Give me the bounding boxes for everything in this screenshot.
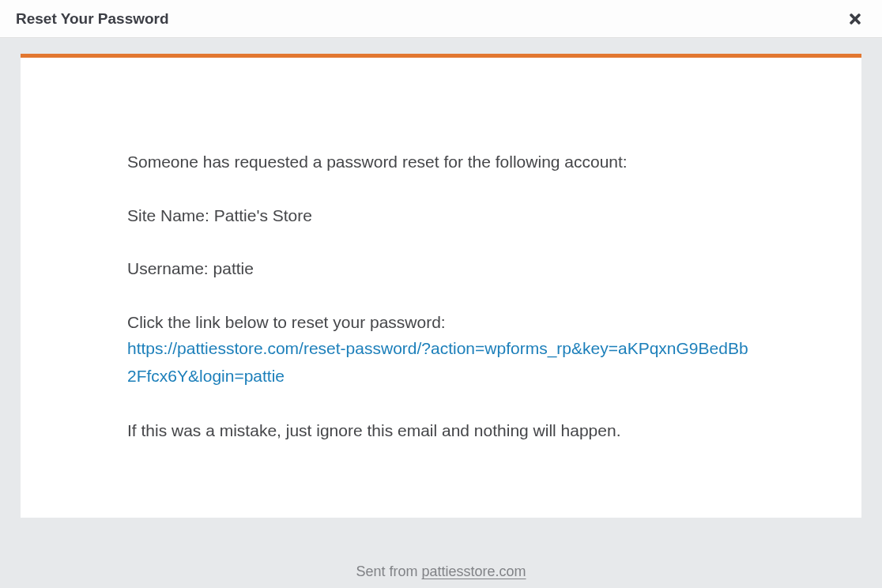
reset-password-link[interactable]: https://pattiesstore.com/reset-password/…: [127, 339, 748, 385]
intro-text: Someone has requested a password reset f…: [127, 149, 755, 175]
sent-from-domain-link[interactable]: pattiesstore.com: [421, 564, 526, 579]
modal-header: Reset Your Password: [0, 0, 882, 38]
reset-link-block: Click the link below to reset your passw…: [127, 309, 755, 390]
content-area: Someone has requested a password reset f…: [0, 38, 882, 580]
sent-from-prefix: Sent from: [356, 564, 421, 579]
modal-title: Reset Your Password: [16, 10, 169, 28]
site-name-text: Site Name: Pattie's Store: [127, 202, 755, 229]
click-instruction-text: Click the link below to reset your passw…: [127, 309, 755, 336]
email-body: Someone has requested a password reset f…: [127, 149, 755, 443]
email-footer: Sent from pattiesstore.com: [21, 518, 861, 580]
close-icon: [847, 11, 863, 27]
mistake-text: If this was a mistake, just ignore this …: [127, 417, 755, 444]
username-text: Username: pattie: [127, 255, 755, 282]
close-button[interactable]: [844, 8, 866, 30]
email-card: Someone has requested a password reset f…: [21, 54, 861, 518]
